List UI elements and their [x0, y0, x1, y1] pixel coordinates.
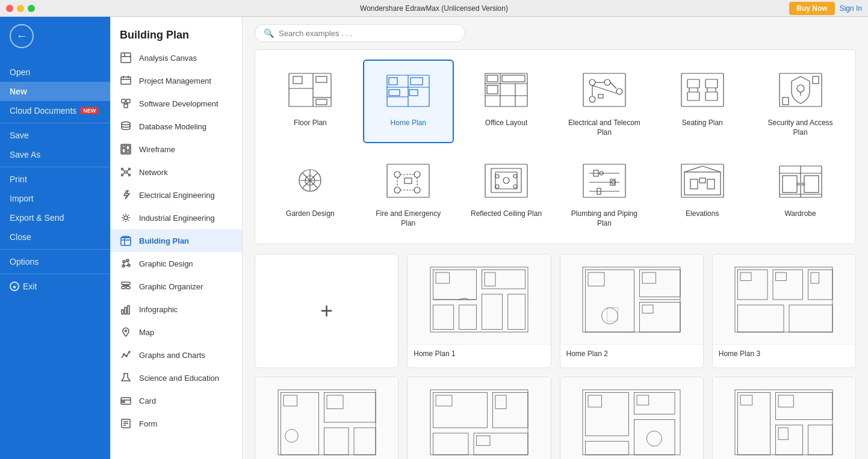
sidebar-item-import[interactable]: Import — [0, 189, 110, 208]
template-card-elevations[interactable]: Elevations — [657, 150, 748, 234]
svg-rect-0 — [121, 53, 131, 63]
graphs-icon — [120, 349, 132, 361]
category-item-graphs[interactable]: Graphs and Charts — [110, 343, 242, 366]
graphic-icon — [120, 257, 132, 270]
svg-rect-77 — [487, 75, 498, 82]
fire-plan-label: Fire and Emergency Plan — [369, 209, 448, 228]
svg-point-19 — [122, 168, 123, 170]
new-badge: NEW — [80, 107, 99, 114]
category-item-building[interactable]: Building Plan — [110, 229, 242, 252]
category-item-form[interactable]: Form — [110, 412, 242, 435]
industrial-icon — [120, 212, 132, 224]
svg-rect-91 — [687, 79, 699, 88]
example-card-home-plan-1[interactable]: Home Plan 1 — [407, 254, 551, 368]
category-item-electrical[interactable]: Electrical Engineering — [110, 183, 242, 206]
svg-rect-203 — [735, 390, 832, 455]
svg-rect-8 — [126, 99, 130, 103]
template-card-security[interactable]: Security and Access Plan — [755, 60, 846, 143]
sidebar-item-print[interactable]: Print — [0, 170, 110, 189]
sidebar-divider-3 — [0, 249, 110, 250]
category-item-organizer[interactable]: Graphic Organizer — [110, 275, 242, 298]
svg-point-27 — [124, 216, 128, 220]
sidebar-item-options[interactable]: Options — [0, 252, 110, 271]
svg-line-88 — [592, 85, 616, 93]
template-card-fire[interactable]: Fire and Emergency Plan — [363, 150, 454, 234]
office-layout-label: Office Layout — [485, 119, 528, 128]
svg-point-121 — [503, 177, 509, 183]
security-plan-icon — [770, 66, 831, 114]
svg-rect-63 — [316, 99, 327, 105]
sidebar-item-open[interactable]: Open — [0, 63, 110, 82]
template-card-plumbing[interactable]: Plumbing and Piping Plan — [559, 150, 649, 234]
sidebar-item-new[interactable]: New — [0, 82, 110, 101]
sidebar-top: ← — [0, 17, 110, 63]
sidebar-item-exit[interactable]: ● Exit — [0, 277, 110, 296]
category-item-map[interactable]: Map — [110, 321, 242, 343]
example-card-home-plan-3[interactable]: Home Plan 3 — [712, 254, 856, 368]
home-plan-7-preview — [713, 377, 855, 459]
template-card-home-plan[interactable]: Home Plan — [363, 60, 454, 143]
example-card-home-plan-2[interactable]: Home Plan 2 — [560, 254, 704, 368]
svg-rect-72 — [485, 73, 527, 106]
buy-now-button[interactable]: Buy Now — [789, 2, 834, 15]
search-input[interactable] — [279, 29, 456, 38]
search-bar: 🔍 — [255, 24, 465, 42]
category-item-graphic[interactable]: Graphic Design — [110, 252, 242, 275]
svg-rect-69 — [411, 78, 423, 85]
maximize-window-button[interactable] — [28, 5, 35, 12]
example-card-home-plan-7[interactable]: Home Plan 7 — [712, 377, 856, 459]
svg-rect-15 — [126, 146, 129, 150]
sidebar-item-cloud[interactable]: Cloud Documents NEW — [0, 101, 110, 120]
software-icon — [120, 97, 132, 109]
category-item-project[interactable]: Project Management — [110, 69, 242, 92]
template-card-floor-plan[interactable]: Floor Plan — [265, 60, 356, 143]
category-item-network[interactable]: Network — [110, 161, 242, 183]
category-item-software[interactable]: Software Development — [110, 92, 242, 115]
category-item-infographic[interactable]: Infographic — [110, 298, 242, 321]
category-item-wireframe[interactable]: Wireframe — [110, 138, 242, 161]
examples-grid: + — [255, 254, 856, 459]
sidebar-item-close[interactable]: Close — [0, 227, 110, 247]
svg-point-125 — [513, 185, 517, 188]
electrical-plan-icon — [574, 66, 634, 114]
category-item-analysis[interactable]: Analysis Canvas — [110, 46, 242, 69]
add-new-card[interactable]: + — [255, 254, 398, 368]
home-plan-3-preview — [713, 254, 855, 345]
minimize-window-button[interactable] — [17, 5, 24, 12]
svg-point-114 — [414, 171, 420, 177]
template-card-seating[interactable]: Seating Plan — [657, 60, 748, 143]
category-item-science[interactable]: Science and Education — [110, 366, 242, 389]
map-icon — [120, 326, 132, 338]
svg-rect-52 — [122, 401, 125, 402]
template-card-garden[interactable]: Garden Design — [265, 150, 356, 234]
category-item-industrial[interactable]: Industrial Engineering — [110, 206, 242, 229]
svg-rect-71 — [409, 90, 418, 96]
template-card-electrical[interactable]: Electrical and Telecom Plan — [559, 60, 649, 143]
sidebar-item-save-as[interactable]: Save As — [0, 145, 110, 164]
window-controls — [6, 5, 35, 12]
svg-line-25 — [123, 173, 125, 174]
back-button[interactable]: ← — [10, 24, 34, 48]
sign-in-link[interactable]: Sign In — [840, 4, 862, 13]
svg-rect-9 — [124, 104, 128, 108]
example-card-home-plan-6[interactable]: Home Plan 6 — [560, 377, 704, 459]
home-plan-2-preview — [560, 254, 703, 345]
close-window-button[interactable] — [6, 5, 13, 12]
svg-rect-90 — [681, 73, 724, 106]
sidebar-item-save[interactable]: Save — [0, 126, 110, 145]
template-card-wardrobe[interactable]: Wardrobe — [755, 150, 846, 234]
ceiling-plan-label: Reflected Ceiling Plan — [471, 209, 542, 219]
svg-rect-36 — [122, 282, 130, 285]
example-card-home-plan-5[interactable]: Home Plan 5 — [407, 377, 551, 459]
svg-rect-79 — [487, 85, 498, 94]
template-card-ceiling[interactable]: Reflected Ceiling Plan — [461, 150, 552, 234]
category-item-card[interactable]: Card — [110, 389, 242, 412]
svg-rect-139 — [690, 179, 698, 189]
svg-rect-70 — [389, 90, 400, 96]
sidebar-item-export[interactable]: Export & Send — [0, 208, 110, 227]
example-card-home-plan-4[interactable]: Home Plan 4 — [255, 377, 398, 459]
svg-line-87 — [610, 82, 616, 88]
category-item-database[interactable]: Database Modeling — [110, 115, 242, 138]
template-card-office-layout[interactable]: Office Layout — [461, 60, 552, 143]
svg-rect-7 — [122, 99, 125, 103]
